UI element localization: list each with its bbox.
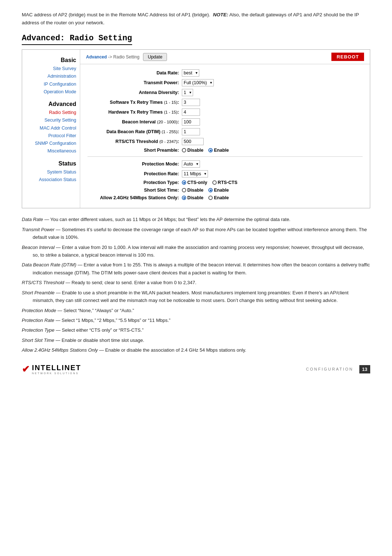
data-rate-label: Data Rate: — [87, 70, 182, 75]
data-beacon-label: Data Beacon Rate (DTIM) (1 - 255): — [87, 129, 182, 134]
rts-threshold-input[interactable]: 500 — [182, 138, 204, 145]
sidebar-item-snmp-configuration[interactable]: SNMP Configuration — [26, 140, 76, 147]
protection-rate-row: Protection Rate: 11 Mbps ▼ — [87, 170, 363, 177]
antenna-diversity-label: Antenna Diversity: — [87, 90, 182, 95]
data-beacon-control: 1 — [182, 128, 200, 135]
protection-type-cts-label[interactable]: CTS-only — [182, 180, 207, 185]
allow-54mbps-enable-text: Enable — [214, 195, 229, 200]
sidebar-item-protocol-filter[interactable]: Protocol Filter — [26, 132, 76, 140]
allow-54mbps-control: Disable Enable — [182, 195, 229, 200]
hw-retry-input[interactable]: 4 — [182, 109, 200, 116]
beacon-interval-row: Beacon Interval (20 - 1000): 100 — [87, 118, 363, 126]
desc-term-protection-rate: Protection Rate — [22, 318, 54, 323]
sidebar-item-radio-setting[interactable]: Radio Setting — [26, 109, 76, 116]
data-rate-row: Data Rate: best ▼ — [87, 69, 363, 77]
short-slot-disable-radio[interactable] — [182, 188, 186, 192]
data-rate-control: best ▼ — [182, 69, 199, 77]
sidebar-item-operation-mode[interactable]: Operation Mode — [26, 88, 76, 96]
top-bar: Advanced -> Radio Setting Update REBOOT — [80, 50, 370, 64]
update-button[interactable]: Update — [143, 53, 167, 61]
breadcrumb: Advanced -> Radio Setting Update — [86, 53, 167, 61]
short-preamble-label: Short Preamble: — [87, 148, 182, 153]
protection-type-cts-radio[interactable] — [182, 180, 186, 185]
beacon-interval-label: Beacon Interval (20 - 1000): — [87, 119, 182, 124]
data-rate-select[interactable]: best — [182, 69, 199, 77]
rts-threshold-label: RTS/CTS Threshold (0 - 2347): — [87, 139, 182, 144]
transmit-power-select-wrapper[interactable]: Full (100%) ▼ — [182, 79, 214, 86]
protection-mode-select[interactable]: Auto — [182, 160, 200, 168]
data-beacon-input[interactable]: 1 — [182, 128, 200, 135]
short-slot-row: Short Slot Time: Disable Enable — [87, 188, 363, 193]
short-slot-disable-label[interactable]: Disable — [182, 188, 203, 193]
protection-rate-label: Protection Rate: — [87, 171, 182, 176]
protection-mode-select-wrapper[interactable]: Auto ▼ — [182, 160, 200, 168]
short-preamble-enable-text: Enable — [214, 148, 229, 153]
rts-threshold-row: RTS/CTS Threshold (0 - 2347): 500 — [87, 138, 363, 145]
intro-paragraph: MAC address of AP2 (bridge) must be in t… — [22, 11, 370, 26]
sidebar-item-mac-addr-control[interactable]: MAC Addr Control — [26, 124, 76, 132]
protection-type-rts-radio[interactable] — [212, 180, 217, 185]
sidebar-item-miscellaneous[interactable]: Miscellaneous — [26, 147, 76, 155]
desc-term-protection-type: Protection Type — [22, 327, 54, 333]
short-preamble-disable-radio[interactable] — [182, 148, 186, 152]
sidebar-item-ip-configuration[interactable]: IP Configuration — [26, 81, 76, 88]
intellinet-logo: ✔ INTELLINET NETWORK SOLUTIONS — [22, 364, 81, 375]
short-preamble-enable-label[interactable]: Enable — [208, 148, 229, 153]
short-slot-enable-text: Enable — [214, 188, 229, 193]
sidebar-item-site-survey[interactable]: Site Survey — [26, 65, 76, 73]
content-area: Advanced -> Radio Setting Update REBOOT … — [80, 50, 370, 208]
data-beacon-row: Data Beacon Rate (DTIM) (1 - 255): 1 — [87, 128, 363, 135]
desc-protection-type: Protection Type — Select either “CTS onl… — [22, 326, 370, 334]
antenna-diversity-control: 1 ▼ — [182, 89, 193, 96]
hw-retry-control: 4 — [182, 109, 200, 116]
section-heading: Advanced: Radio Setting — [22, 34, 132, 45]
logo-checkmark-icon: ✔ — [22, 364, 30, 375]
allow-54mbps-row: Allow 2.4GHz 54Mbps Stations Only: Disab… — [87, 195, 363, 200]
allow-54mbps-disable-radio[interactable] — [182, 196, 186, 200]
sidebar-item-association-status[interactable]: Association Status — [26, 176, 76, 184]
sidebar-advanced-title: Advanced — [26, 101, 76, 107]
antenna-select-wrapper[interactable]: 1 ▼ — [182, 89, 193, 96]
hw-retry-row: Hardware Tx Retry Times (1 - 15): 4 — [87, 109, 363, 116]
short-preamble-enable-radio[interactable] — [208, 148, 213, 152]
short-preamble-disable-text: Disable — [187, 148, 203, 153]
data-rate-select-wrapper[interactable]: best ▼ — [182, 69, 199, 77]
desc-term-data-rate: Data Rate — [22, 217, 43, 222]
desc-short-slot: Short Slot Time — Enable or disable shor… — [22, 336, 370, 344]
allow-54mbps-disable-label[interactable]: Disable — [182, 195, 203, 200]
antenna-diversity-select[interactable]: 1 — [182, 89, 193, 96]
breadcrumb-current: Radio Setting — [113, 54, 139, 60]
protection-mode-control: Auto ▼ — [182, 160, 200, 168]
form-area: Data Rate: best ▼ Transmit Power: — [80, 64, 370, 208]
sw-retry-control: 3 — [182, 99, 200, 106]
short-preamble-control: Disable Enable — [182, 148, 229, 153]
allow-54mbps-enable-radio[interactable] — [208, 196, 213, 200]
short-slot-enable-label[interactable]: Enable — [208, 188, 229, 193]
sidebar-item-administration[interactable]: Administration — [26, 73, 76, 80]
allow-54mbps-label: Allow 2.4GHz 54Mbps Stations Only: — [87, 195, 182, 200]
transmit-power-row: Transmit Power: Full (100%) ▼ — [87, 79, 363, 86]
protection-rate-select[interactable]: 11 Mbps — [182, 170, 208, 177]
sw-retry-input[interactable]: 3 — [182, 99, 200, 106]
divider-1 — [87, 156, 363, 157]
desc-short-preamble: Short Preamble — Enable to use a short p… — [22, 289, 370, 304]
short-preamble-disable-label[interactable]: Disable — [182, 148, 203, 153]
protection-rate-select-wrapper[interactable]: 11 Mbps ▼ — [182, 170, 208, 177]
transmit-power-select[interactable]: Full (100%) — [182, 79, 214, 86]
short-slot-enable-radio[interactable] — [208, 188, 213, 192]
beacon-interval-input[interactable]: 100 — [182, 118, 200, 126]
desc-term-beacon-interval: Beacon Interval — [22, 245, 54, 250]
description-area: Data Rate — You can enter different valu… — [22, 216, 370, 354]
protection-mode-row: Protection Mode: Auto ▼ — [87, 160, 363, 168]
sidebar-item-security-setting[interactable]: Security Setting — [26, 116, 76, 124]
config-box: Basic Site Survey Administration IP Conf… — [22, 49, 370, 208]
desc-term-protection-mode: Protection Mode — [22, 308, 56, 313]
desc-allow-54mbps: Allow 2.4GHz 54Mbps Stations Only — Enab… — [22, 346, 370, 354]
protection-type-rts-label[interactable]: RTS-CTS — [212, 180, 237, 185]
sidebar-item-system-status[interactable]: System Status — [26, 168, 76, 176]
desc-term-short-preamble: Short Preamble — [22, 290, 54, 295]
protection-rate-control: 11 Mbps ▼ — [182, 170, 208, 177]
protection-type-rts-text: RTS-CTS — [218, 180, 237, 185]
reboot-button[interactable]: REBOOT — [331, 53, 364, 61]
allow-54mbps-enable-label[interactable]: Enable — [208, 195, 229, 200]
